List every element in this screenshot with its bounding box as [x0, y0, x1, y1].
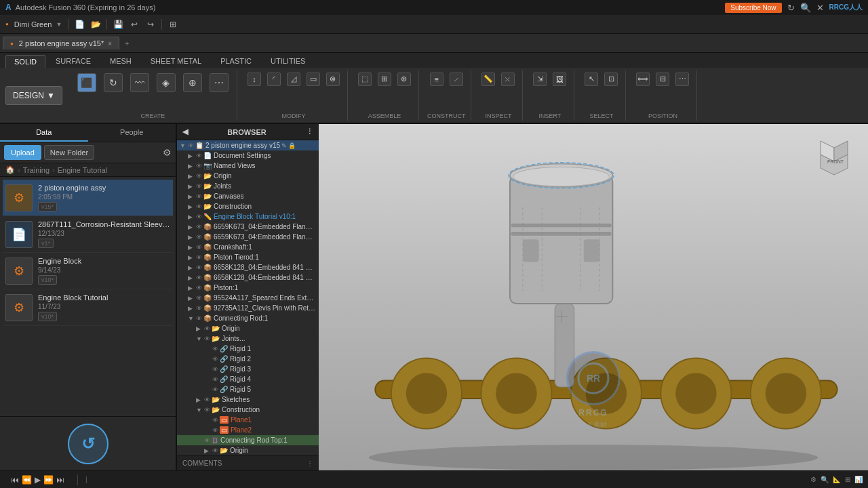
browser-item-plane1[interactable]: 👁 ▭ Plane1	[177, 415, 319, 425]
next-frame-button[interactable]: ⏩	[43, 475, 54, 485]
plane2-vis[interactable]: 👁	[212, 427, 218, 434]
browser-item-cr-joints[interactable]: ▼ 👁 📂 Joints...	[177, 333, 319, 344]
people-tab[interactable]: People	[88, 124, 176, 142]
named-views-vis[interactable]: 👁	[196, 163, 202, 169]
active-doc-tab[interactable]: ● 2 piston engine assy v15* ×	[3, 37, 119, 49]
browser-item-piston-tierod[interactable]: ▶ 👁 📦 Piston Tierod:1	[177, 252, 319, 262]
design-dropdown[interactable]: DESIGN ▼	[5, 86, 62, 105]
new-tab-button[interactable]: +	[119, 37, 134, 49]
engine-block-tut-expand[interactable]: ▶	[188, 214, 196, 220]
6659k-2-expand[interactable]: ▶	[188, 234, 196, 241]
conn-rod-expand[interactable]: ▼	[188, 315, 196, 322]
joint-button[interactable]: ⊞	[376, 72, 393, 87]
6659k-1-expand[interactable]: ▶	[188, 224, 196, 230]
chamfer-button[interactable]: ◿	[285, 72, 302, 87]
browser-item-6658k128-2[interactable]: ▶ 👁 📦 6658K128_04:Embedded 841 Bron...	[177, 272, 319, 283]
origin-vis[interactable]: 👁	[196, 173, 202, 180]
comments-expand-icon[interactable]: ⋮	[307, 460, 313, 467]
new-component-button[interactable]: ⬚	[356, 72, 374, 87]
6659k-1-vis[interactable]: 👁	[196, 224, 202, 230]
6658k-1-expand[interactable]: ▶	[188, 264, 196, 271]
save-button[interactable]: 💾	[111, 17, 125, 32]
comments-label[interactable]: COMMENTS	[182, 460, 222, 467]
new-folder-button[interactable]: New Folder	[44, 145, 94, 160]
doc-item-piston[interactable]: ⚙ 2 piston engine assy 2:05:59 PM v15*	[3, 180, 173, 216]
browser-item-6659k673-1[interactable]: ▶ 👁 📦 6659K673_04:Embedded Flanged :	[177, 222, 319, 232]
piston1-expand[interactable]: ▶	[188, 285, 196, 291]
open-button[interactable]: 📂	[88, 17, 103, 32]
browser-item-6659k673-2[interactable]: ▶ 👁 📦 6659K673_04:Embedded Flanged :	[177, 232, 319, 242]
play-button[interactable]: ▶	[35, 475, 41, 485]
piston1-vis[interactable]: 👁	[196, 285, 202, 291]
browser-item-conn-rod-top[interactable]: 👁 □ Connecting Rod Top:1	[177, 435, 319, 445]
align-button[interactable]: ⊟	[654, 72, 671, 87]
browser-item-construction[interactable]: ▶ 👁 📂 Construction	[177, 201, 319, 211]
conn-rod-top-vis[interactable]: 👁	[204, 437, 210, 444]
crt-origin-expand[interactable]: ▶	[204, 447, 212, 454]
extrude-button[interactable]: ⬛	[75, 72, 99, 94]
combine-button[interactable]: ⊗	[324, 72, 342, 87]
status-icon-5[interactable]: 📊	[854, 476, 863, 483]
rib-button[interactable]: ⊕	[180, 72, 205, 94]
sweep-button[interactable]: 〰	[127, 72, 152, 94]
conn-rod-vis[interactable]: 👁	[196, 315, 202, 322]
skip-forward-button[interactable]: ⏭	[56, 475, 64, 485]
browser-item-cr-origin[interactable]: ▶ 👁 📂 Origin	[177, 323, 319, 333]
data-tab[interactable]: Data	[0, 124, 88, 142]
status-icon-3[interactable]: 📐	[833, 476, 841, 483]
engine-block-tut-vis[interactable]: 👁	[196, 214, 202, 220]
rigid4-vis[interactable]: 👁	[212, 376, 218, 383]
6659k-2-vis[interactable]: 👁	[196, 234, 202, 241]
fillet-button[interactable]: ◜	[265, 72, 283, 87]
ribbon-tab-utilities[interactable]: UTILITIES	[262, 54, 314, 68]
browser-collapse-icon[interactable]: ◀	[182, 127, 188, 136]
viewport[interactable]: FRONT RR RRCG 人人素材	[319, 124, 868, 470]
92735-vis[interactable]: 👁	[196, 305, 202, 312]
joints-expand[interactable]: ▶	[188, 183, 196, 190]
browser-item-6658k128-1[interactable]: ▶ 👁 📦 6658K128_04:Embedded 841 Bron...	[177, 262, 319, 272]
root-vis-icon[interactable]: 👁	[188, 142, 194, 149]
joint-origin-button[interactable]: ⊕	[395, 72, 413, 87]
breadcrumb-engine-tutorial[interactable]: Engine Tutorial	[58, 166, 107, 174]
browser-item-cr-construction[interactable]: ▼ 👁 📂 Construction	[177, 405, 319, 415]
doc-item-corrosion[interactable]: 📄 2867T111_Corrosion-Resistant Sleeve...…	[3, 216, 173, 253]
ribbon-tab-mesh[interactable]: MESH	[101, 54, 140, 68]
sync-icon[interactable]: ↻	[787, 3, 795, 13]
browser-item-joints[interactable]: ▶ 👁 📂 Joints	[177, 181, 319, 191]
position-more-button[interactable]: ⋯	[673, 72, 691, 87]
status-icon-1[interactable]: ⚙	[810, 476, 816, 483]
angle-plane-button[interactable]: ⟋	[448, 72, 465, 87]
panel-settings-icon[interactable]: ⚙	[163, 145, 172, 160]
cr-origin-expand[interactable]: ▶	[196, 325, 204, 332]
root-lock-icon[interactable]: 🔒	[288, 142, 296, 149]
crt-origin-vis[interactable]: 👁	[212, 447, 218, 454]
browser-item-named-views[interactable]: ▶ 👁 📷 Named Views	[177, 161, 319, 171]
status-icon-2[interactable]: 🔍	[821, 476, 829, 483]
root-edit-icon[interactable]: ✎	[281, 142, 287, 149]
view-cube[interactable]: FRONT	[814, 138, 854, 178]
doc-settings-vis[interactable]: 👁	[196, 152, 202, 159]
6658k-2-vis[interactable]: 👁	[196, 274, 202, 281]
redo-button[interactable]: ↪	[143, 17, 158, 32]
browser-item-piston1[interactable]: ▶ 👁 📦 Piston:1	[177, 283, 319, 293]
subscribe-button[interactable]: Subscribe Now	[725, 3, 781, 13]
doc-settings-expand[interactable]: ▶	[188, 152, 196, 159]
browser-item-92735a112[interactable]: ▶ 👁 📦 92735A112_Clevis Pin with Retain..…	[177, 303, 319, 313]
construction-vis[interactable]: 👁	[196, 203, 202, 210]
loft-button[interactable]: ◈	[154, 72, 178, 94]
crankshaft-vis[interactable]: 👁	[196, 244, 202, 251]
canvases-vis[interactable]: 👁	[196, 193, 202, 200]
browser-item-crankshaft[interactable]: ▶ 👁 📦 Crankshaft:1	[177, 242, 319, 252]
cr-construction-vis[interactable]: 👁	[204, 407, 210, 413]
rigid5-vis[interactable]: 👁	[212, 386, 218, 393]
status-icon-4[interactable]: ⊞	[845, 476, 850, 483]
ribbon-tab-plastic[interactable]: PLASTIC	[212, 54, 260, 68]
browser-item-engine-block-tut[interactable]: ▶ 👁 ✏️ Engine Block Tutorial v10:1	[177, 211, 319, 222]
ribbon-tab-solid[interactable]: SOLID	[5, 55, 45, 68]
ribbon-tab-surface[interactable]: SURFACE	[47, 54, 100, 68]
browser-item-rigid2[interactable]: 👁 🔗 Rigid 2	[177, 354, 319, 364]
piston-tierod-expand[interactable]: ▶	[188, 254, 196, 261]
move-button[interactable]: ⟺	[634, 72, 652, 87]
cr-construction-expand[interactable]: ▼	[196, 407, 204, 413]
cr-origin-vis[interactable]: 👁	[204, 325, 210, 332]
